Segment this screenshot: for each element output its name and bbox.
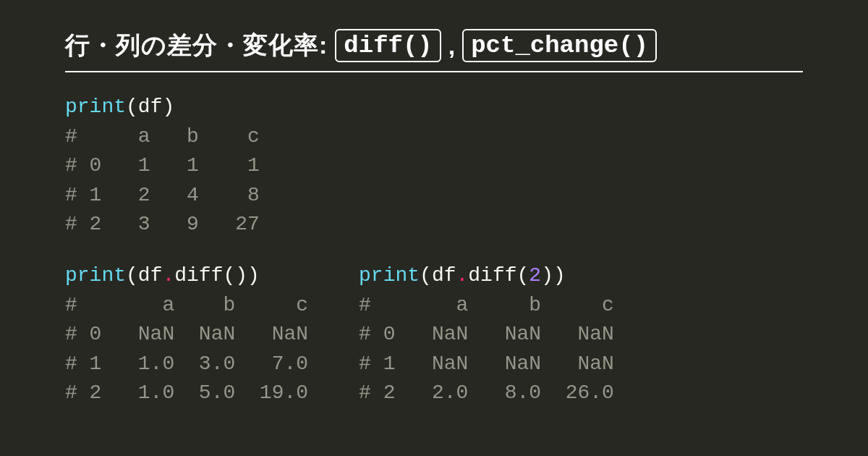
paren: ): [553, 264, 566, 287]
paren: (: [223, 264, 235, 287]
method-diff: diff: [468, 264, 516, 287]
code-block-1: print(df) # a b c # 0 1 1 1 # 1 2 4 8 # …: [65, 93, 803, 240]
fn-print: print: [65, 96, 126, 118]
fn-print: print: [65, 264, 126, 287]
output-2: # a b c # 0 NaN NaN NaN # 1 1.0 3.0 7.0 …: [65, 294, 308, 405]
method-diff: diff: [174, 264, 223, 287]
title-comma: ,: [448, 32, 455, 60]
paren: (: [517, 264, 529, 287]
code-block-2: print(df.diff()) # a b c # 0 NaN NaN NaN…: [65, 261, 308, 408]
page-title: 行・列の差分・変化率: diff() , pct_change(): [65, 29, 803, 72]
title-text: 行・列の差分・変化率:: [65, 29, 328, 62]
paren: ): [247, 264, 260, 287]
fn-print: print: [359, 264, 420, 287]
paren: (: [126, 96, 138, 118]
paren: (: [420, 264, 432, 287]
arg-2: 2: [529, 264, 541, 287]
code-pill-pctchange: pct_change(): [462, 29, 657, 62]
output-1: # a b c # 0 1 1 1 # 1 2 4 8 # 2 3 9 27: [65, 125, 260, 236]
obj-df: df: [138, 264, 163, 287]
dot: .: [162, 264, 174, 287]
obj-df: df: [432, 264, 456, 287]
code-pill-diff: diff(): [335, 29, 441, 62]
arg-df: df: [138, 96, 163, 118]
paren: (: [126, 264, 138, 287]
code-block-3: print(df.diff(2)) # a b c # 0 NaN NaN Na…: [359, 261, 614, 408]
paren: ): [235, 264, 247, 287]
output-3: # a b c # 0 NaN NaN NaN # 1 NaN NaN NaN …: [359, 294, 614, 405]
code-row-2: print(df.diff()) # a b c # 0 NaN NaN NaN…: [65, 261, 803, 430]
paren: ): [541, 264, 553, 287]
paren: ): [162, 96, 174, 118]
dot: .: [456, 264, 469, 287]
